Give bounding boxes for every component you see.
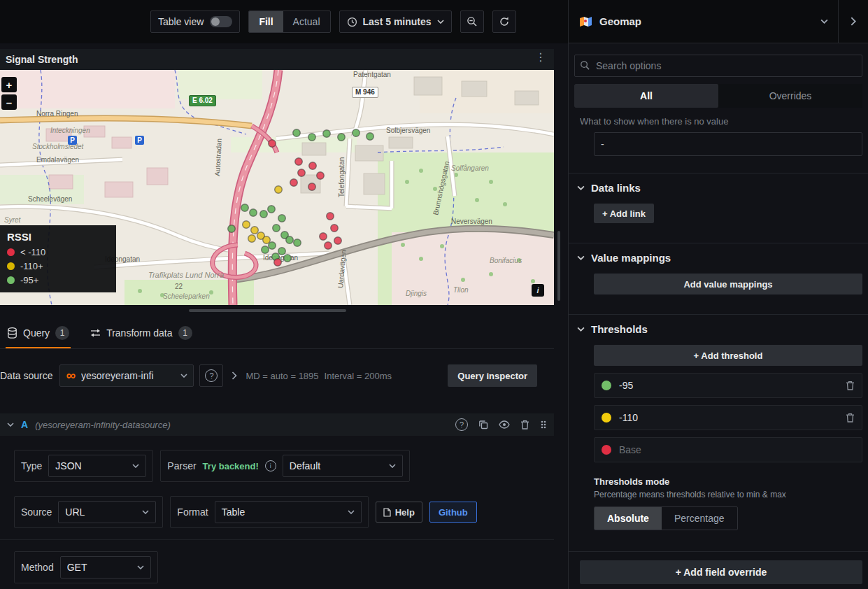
threshold-row[interactable]: -95 (594, 373, 862, 398)
add-value-mappings-button[interactable]: Add value mappings (594, 274, 862, 294)
tab-query-label: Query (23, 327, 50, 339)
datasource-help-button[interactable]: ? (199, 364, 223, 387)
panel-header: Signal Strength ⋮ (0, 49, 554, 70)
svg-text:Inteckningen: Inteckningen (50, 127, 90, 134)
threshold-row[interactable]: -110 (594, 405, 862, 430)
source-select[interactable]: URL (58, 501, 156, 523)
search-icon (580, 60, 590, 71)
fill-actual-group: Fill Actual (248, 10, 330, 33)
data-links-content: + Add link (577, 204, 862, 223)
actual-option[interactable]: Actual (283, 11, 330, 32)
query-inspector-button[interactable]: Query inspector (448, 364, 537, 387)
add-link-button[interactable]: + Add link (594, 204, 654, 223)
transform-count-badge: 1 (178, 326, 192, 340)
visualization-picker[interactable]: Geomap (569, 0, 838, 43)
editor-divider (0, 539, 554, 540)
type-select[interactable]: JSON (48, 455, 146, 477)
svg-text:Scheeleparken: Scheeleparken (163, 292, 210, 300)
thresholds-header[interactable]: Thresholds (577, 323, 862, 335)
help-button[interactable]: Help (376, 502, 422, 523)
query-a-header[interactable]: A (yesoreyeram-infinity-datasource) ? (0, 413, 554, 436)
datasource-label: Data source (0, 370, 52, 381)
legend-item: -95+ (7, 275, 105, 285)
options-pane-header: Geomap (568, 0, 868, 43)
threshold-row-base: Base (594, 437, 862, 462)
panel-menu-icon[interactable]: ⋮ (535, 50, 547, 64)
mode-absolute[interactable]: Absolute (595, 507, 662, 530)
threshold-color-green[interactable] (602, 381, 611, 390)
svg-text:Tlion: Tlion (453, 286, 469, 294)
mode-percentage[interactable]: Percentage (662, 507, 737, 530)
chevron-down-icon (142, 510, 149, 514)
data-links-header[interactable]: Data links (577, 182, 862, 194)
threshold-color-red[interactable] (602, 445, 611, 455)
trash-icon[interactable] (846, 381, 855, 390)
query-help-icon[interactable]: ? (455, 418, 468, 431)
no-value-input[interactable]: - (594, 132, 862, 156)
chevron-down-icon (577, 255, 585, 260)
tab-all[interactable]: All (574, 84, 718, 108)
threshold-color-yellow[interactable] (602, 413, 611, 423)
time-range-label: Last 5 minutes (363, 16, 432, 27)
type-value: JSON (55, 460, 81, 471)
transform-icon (90, 328, 101, 338)
map-attribution-button[interactable]: i (532, 284, 544, 297)
trash-icon[interactable] (846, 413, 855, 423)
format-select[interactable]: Table (215, 501, 362, 523)
github-button[interactable]: Github (429, 502, 477, 523)
query-datasource-hint: (yesoreyeram-infinity-datasource) (35, 420, 171, 430)
fill-option[interactable]: Fill (249, 11, 283, 32)
svg-text:22: 22 (175, 283, 183, 290)
refresh-icon (499, 16, 510, 27)
thresholds-mode-toggle: Absolute Percentage (594, 506, 738, 530)
editor-row-method: Method GET (0, 551, 568, 583)
threshold-base-value: Base (619, 444, 855, 455)
datasource-picker[interactable]: ∞ yesoreyeram-infi (59, 364, 194, 387)
type-field: Type JSON (14, 450, 153, 482)
threshold-value[interactable]: -95 (619, 380, 846, 391)
tab-query[interactable]: Query 1 (6, 320, 71, 348)
chevron-down-icon (348, 510, 355, 514)
editor-tabs: Query 1 Transform data 1 (0, 320, 554, 349)
add-threshold-button[interactable]: + Add threshold (594, 345, 862, 366)
parking-icon: P (68, 136, 77, 145)
tab-transform-data[interactable]: Transform data 1 (89, 320, 193, 348)
parser-label: Parser (167, 460, 196, 471)
time-range-picker[interactable]: Last 5 minutes (339, 10, 452, 33)
threshold-value[interactable]: -110 (619, 412, 846, 423)
chevron-right-icon (851, 17, 856, 26)
info-icon[interactable]: i (265, 460, 276, 471)
drag-handle-icon[interactable] (540, 420, 547, 430)
zoom-out-button[interactable] (460, 10, 484, 33)
tab-overrides[interactable]: Overrides (718, 84, 862, 108)
vertical-scrollbar[interactable] (557, 231, 560, 301)
horizontal-scrollbar[interactable] (189, 309, 346, 312)
trash-icon[interactable] (520, 420, 529, 430)
parser-select[interactable]: Default (283, 455, 403, 477)
route-shield-e602: E 6.02 (189, 95, 216, 106)
options-view-tabs: All Overrides (574, 84, 862, 108)
map-zoom-in-button[interactable]: + (1, 77, 17, 92)
add-field-override-button[interactable]: + Add field override (580, 560, 862, 584)
datasource-value: yesoreyeram-infi (81, 370, 175, 381)
value-mappings-header[interactable]: Value mappings (577, 252, 862, 264)
datasource-row: Data source ∞ yesoreyeram-infi ? MD = au… (0, 364, 554, 387)
options-search (574, 55, 862, 77)
map-zoom-controls: + – (1, 77, 17, 110)
collapse-options-pane-button[interactable] (838, 0, 868, 43)
duplicate-icon[interactable] (478, 420, 488, 430)
table-view-switch[interactable] (210, 16, 232, 27)
hide-query-icon[interactable] (499, 420, 510, 429)
chevron-down-icon (180, 374, 187, 378)
refresh-button[interactable] (492, 10, 516, 33)
try-backend-link[interactable]: Try backend! (203, 461, 259, 471)
options-search-input[interactable] (574, 55, 862, 77)
no-value-label: What to show when there is no value (580, 116, 862, 127)
format-value: Table (222, 506, 245, 518)
map-zoom-out-button[interactable]: – (1, 94, 17, 110)
method-select[interactable]: GET (60, 556, 151, 579)
grafana-panel-editor: Table view Fill Actual Last 5 minutes Ge… (0, 0, 868, 589)
database-icon (7, 327, 17, 339)
svg-text:Syret: Syret (4, 216, 22, 224)
geomap-canvas[interactable]: InteckningenNorra RingenPatentgatanSolbj… (0, 70, 554, 305)
